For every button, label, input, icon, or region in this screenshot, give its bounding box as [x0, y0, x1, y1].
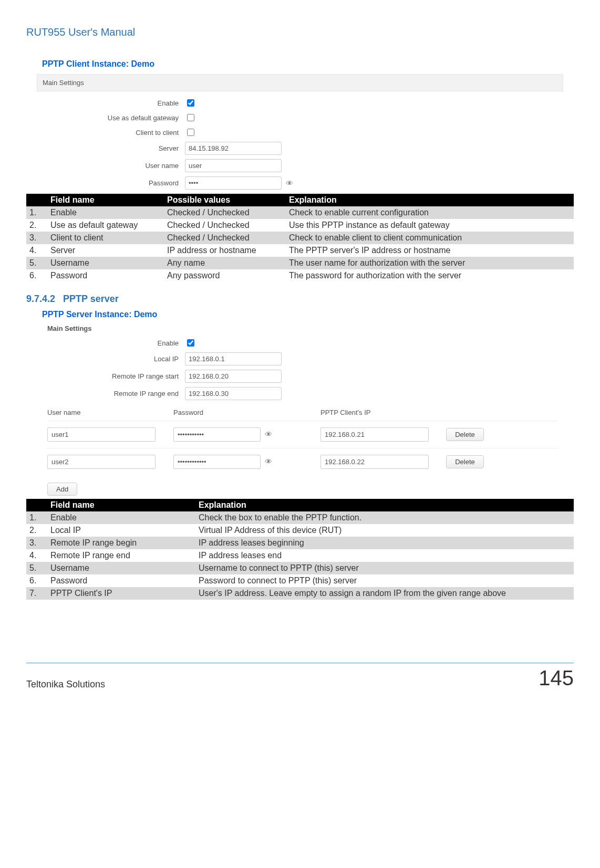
row-password-input[interactable]	[173, 427, 261, 442]
delete-button[interactable]: Delete	[446, 455, 484, 468]
server-instance-title: PPTP Server Instance: Demo	[42, 310, 574, 319]
table-row: 2.Use as default gatewayChecked / Unchec…	[26, 219, 574, 232]
password-visibility-icon[interactable]: 👁	[286, 179, 293, 187]
col-num-header	[26, 194, 47, 206]
table-row: 1.EnableChecked / UncheckedCheck to enab…	[26, 206, 574, 219]
server-main-settings-heading: Main Settings	[47, 325, 574, 332]
table-row: 1.EnableCheck the box to enable the PPTP…	[26, 511, 574, 524]
col-username-header: User name	[47, 409, 173, 416]
col-explanation-header: Explanation	[195, 499, 574, 511]
local-ip-label: Local IP	[26, 355, 185, 363]
heading-text: PPTP server	[63, 294, 119, 304]
table-row: 2.Local IPVirtual IP Address of this dev…	[26, 524, 574, 537]
table-row: 4.ServerIP address or hostnameThe PPTP s…	[26, 244, 574, 257]
user-accounts-table: User name Password PPTP Client's IP 👁 De…	[47, 404, 558, 496]
enable-checkbox[interactable]	[187, 99, 194, 107]
client-to-client-label: Client to client	[26, 129, 185, 137]
table-row: 4.Remote IP range endIP address leases e…	[26, 549, 574, 562]
table-row: 5.UsernameUsername to connect to PPTP (t…	[26, 562, 574, 574]
server-enable-label: Enable	[26, 339, 185, 347]
password-visibility-icon[interactable]: 👁	[265, 430, 272, 438]
col-possible-header: Possible values	[164, 194, 286, 206]
row-clientip-input[interactable]	[320, 427, 429, 442]
footer-company: Teltonika Solutions	[26, 679, 105, 690]
pptp-server-heading: 9.7.4.2 PPTP server	[26, 294, 574, 305]
document-header: RUT955 User's Manual	[26, 26, 574, 38]
delete-button[interactable]: Delete	[446, 428, 484, 441]
table-row: 3.Remote IP range beginIP address leases…	[26, 537, 574, 549]
default-gateway-label: Use as default gateway	[26, 114, 185, 122]
server-enable-checkbox[interactable]	[187, 339, 194, 347]
col-password-header: Password	[173, 409, 320, 416]
page-number: 145	[539, 666, 574, 690]
enable-label: Enable	[26, 99, 185, 107]
server-fields-table: Field name Explanation 1.EnableCheck the…	[26, 499, 574, 600]
server-label: Server	[26, 144, 185, 152]
col-clientip-header: PPTP Client's IP	[320, 409, 436, 416]
table-row: 6.PasswordAny passwordThe password for a…	[26, 269, 574, 282]
col-num-header	[26, 499, 47, 511]
local-ip-input[interactable]	[185, 352, 282, 365]
table-row: 3.Client to clientChecked / UncheckedChe…	[26, 232, 574, 244]
row-username-input[interactable]	[47, 455, 156, 469]
client-instance-title: PPTP Client Instance: Demo	[42, 59, 574, 69]
row-username-input[interactable]	[47, 427, 156, 442]
username-input[interactable]	[185, 159, 282, 172]
username-label: User name	[26, 162, 185, 170]
col-field-header: Field name	[47, 499, 195, 511]
add-button[interactable]: Add	[47, 483, 77, 496]
remote-end-label: Remote IP range end	[26, 390, 185, 398]
client-fields-table: Field name Possible values Explanation 1…	[26, 194, 574, 282]
table-row: 7.PPTP Client's IPUser's IP address. Lea…	[26, 587, 574, 600]
table-row: 6.PasswordPassword to connect to PPTP (t…	[26, 574, 574, 587]
row-password-input[interactable]	[173, 455, 261, 469]
remote-end-input[interactable]	[185, 387, 282, 400]
col-explanation-header: Explanation	[286, 194, 574, 206]
heading-number: 9.7.4.2	[26, 294, 55, 304]
client-to-client-checkbox[interactable]	[187, 129, 194, 136]
col-field-header: Field name	[47, 194, 164, 206]
password-label: Password	[26, 179, 185, 187]
password-visibility-icon[interactable]: 👁	[265, 457, 272, 466]
server-input[interactable]	[185, 142, 282, 155]
table-row: 5.UsernameAny nameThe user name for auth…	[26, 257, 574, 269]
page-footer: Teltonika Solutions 145	[26, 663, 574, 690]
remote-start-label: Remote IP range start	[26, 372, 185, 380]
default-gateway-checkbox[interactable]	[187, 114, 194, 121]
row-clientip-input[interactable]	[320, 455, 429, 469]
remote-start-input[interactable]	[185, 370, 282, 383]
password-input[interactable]	[185, 176, 282, 190]
user-row: 👁 Delete	[47, 448, 558, 475]
user-row: 👁 Delete	[47, 421, 558, 448]
client-main-settings-heading: Main Settings	[37, 74, 563, 91]
